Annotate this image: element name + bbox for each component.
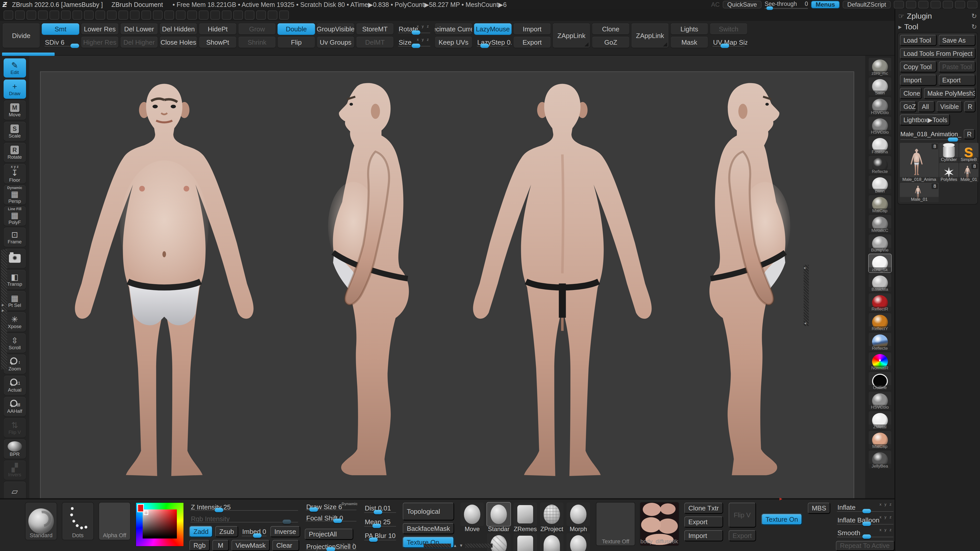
shelf-button[interactable]: SDiv 6 (42, 37, 79, 48)
inflate-balloon-slider[interactable]: Inflate Balloonx y z (836, 515, 894, 526)
tray-scrollbar[interactable]: ▲ ▼ (424, 543, 493, 548)
tool-thumbnail-male018[interactable]: 8 Male_018_Anima (900, 143, 939, 182)
tool-panel-button[interactable]: Import (900, 75, 937, 86)
menu-item[interactable] (15, 11, 25, 20)
shelf-button[interactable]: Uv Groups (317, 37, 354, 48)
mean-slider[interactable]: Mean 25 (363, 516, 397, 527)
matcap-thumbnail[interactable]: FastSha (869, 136, 891, 155)
matcap-thumbnail[interactable]: ReflectR (869, 293, 891, 312)
matcap-thumbnail[interactable]: zbro_Sk (869, 254, 891, 272)
shelf-button[interactable]: StoreMT (356, 24, 393, 35)
tool-thumbnail-male01[interactable]: 8 Male_01 (959, 163, 978, 182)
shelf-button[interactable]: Grow (239, 24, 275, 35)
shelf-button[interactable]: Clone (592, 24, 629, 35)
tool-subpalette-item[interactable] (897, 464, 978, 476)
tool-subpalette-item[interactable] (897, 342, 978, 354)
menu-item[interactable] (84, 11, 94, 20)
tool-subpalette-item[interactable] (897, 366, 978, 379)
tool-subpalette-item[interactable] (897, 391, 978, 403)
menu-item[interactable] (73, 11, 82, 20)
menu-item[interactable] (130, 11, 140, 20)
left-tool-button[interactable]: + Draw (3, 79, 26, 99)
menu-item[interactable] (268, 11, 277, 20)
tool-subpalette-item[interactable] (897, 501, 978, 513)
matcap-thumbnail[interactable]: ZMetal (869, 411, 891, 430)
tool-panel-button[interactable]: Clone (900, 88, 922, 99)
matcap-thumbnail[interactable]: BumpVie (869, 234, 891, 253)
brush-thumbnail[interactable]: Morph (566, 503, 591, 533)
shelf-button[interactable]: Shrink (239, 37, 275, 48)
brush-thumbnail[interactable]: ZRemes (513, 503, 538, 533)
tool-thumbnail-male01-b[interactable]: 8 Male_01 (900, 183, 939, 202)
shelf-button[interactable]: GroupVisible (317, 24, 354, 35)
brush-thumbnail[interactable]: Flatten (539, 533, 564, 551)
tool-subpalette-item[interactable] (897, 219, 978, 232)
see-through-knob[interactable] (767, 6, 773, 10)
brush-thumbnail[interactable]: ZRemes (513, 533, 538, 551)
current-brush-thumbnail[interactable]: Standard (25, 503, 57, 540)
tool-panel-button[interactable]: Save As (939, 35, 975, 46)
dist-slider[interactable]: Dist 0.01 (363, 503, 397, 514)
inverse-button[interactable]: Inverse (270, 526, 300, 537)
brush-thumbnail[interactable]: Inflat (566, 533, 591, 551)
projectall-button[interactable]: ProjectAll (305, 529, 353, 540)
zadd-button[interactable]: Zadd (189, 526, 213, 537)
tool-subpalette-item[interactable] (897, 440, 978, 452)
shelf-button[interactable]: Double (278, 24, 315, 35)
matcap-thumbnail[interactable]: ReflectY (869, 313, 891, 331)
quicksave-button[interactable]: QuickSave (723, 1, 762, 8)
shelf-button[interactable]: Keep UVs (435, 37, 472, 48)
default-zscript-button[interactable]: DefaultZScript (843, 1, 891, 8)
shelf-button[interactable]: Rotatex y z (396, 24, 433, 35)
menu-item[interactable] (222, 11, 231, 20)
tool-subpalette-item[interactable] (897, 330, 978, 342)
scroll-up-icon[interactable]: ▲ (453, 543, 457, 548)
active-tool-knob[interactable] (948, 138, 958, 141)
rgb-button[interactable]: Rgb (189, 540, 210, 551)
brush-thumbnail[interactable]: ZProject (539, 503, 564, 533)
texture-import-button[interactable]: Import (684, 530, 723, 541)
left-tool-button[interactable]: x1 Actual (3, 376, 26, 395)
clone-texture-button[interactable]: Clone Txtr (684, 503, 723, 514)
shelf-button[interactable]: Mask (671, 37, 708, 48)
shelf-button[interactable]: ShowPt (199, 37, 236, 48)
tool-panel-button[interactable]: Load Tools From Project (900, 48, 975, 59)
pa-blur-slider[interactable]: PA Blur 10 (363, 530, 397, 541)
tool-panel-button[interactable]: Paste Tool (939, 61, 975, 73)
tool-subpalette-item[interactable] (897, 268, 978, 281)
left-tool-button[interactable]: ⇅ Flip V (3, 418, 26, 437)
shelf-button[interactable]: Lower Res (81, 24, 118, 35)
zplugin-palette-header[interactable]: ☞ Zplugin ↻ (897, 11, 978, 21)
shelf-button[interactable]: ZAppLink (632, 24, 669, 48)
active-tool-slider[interactable]: Male_018_Animation_Ready. R (900, 127, 975, 141)
tool-subpalette-item[interactable] (897, 281, 978, 293)
left-tool-button[interactable]: ⊡ Frame (3, 227, 26, 247)
menu-item[interactable] (27, 11, 36, 20)
left-tool-button[interactable]: S Scale (3, 122, 26, 141)
tool-subpalette-item[interactable] (897, 256, 978, 268)
tool-panel-button[interactable]: Lightbox▶Tools (900, 114, 950, 125)
left-tool-button[interactable]: ✎ Edit (3, 58, 26, 78)
matcap-thumbnail[interactable]: HSVColo (869, 117, 891, 135)
shelf-button[interactable]: Lights (671, 24, 708, 35)
matcap-thumbnail[interactable]: Satin (869, 77, 891, 96)
tool-thumbnail-polymesh[interactable]: ✶ PolyMes (939, 163, 959, 182)
tool-subpalette-item[interactable] (897, 489, 978, 501)
z-intensity-slider[interactable]: Z Intensity 25 (189, 503, 299, 512)
menu-item[interactable] (61, 11, 71, 20)
tool-panel-button[interactable]: Visible (937, 101, 962, 112)
menu-item[interactable] (176, 11, 186, 20)
draw-size-slider[interactable]: Draw Size 6 (305, 503, 358, 511)
matcap-thumbnail[interactable]: MetalicC (869, 215, 891, 233)
tool-subpalette-item[interactable] (897, 476, 978, 489)
tool-panel-button[interactable]: Load Tool (900, 35, 937, 46)
menu-item[interactable] (153, 11, 162, 20)
tool-panel-button[interactable]: R (964, 101, 975, 112)
matcap-thumbnail[interactable]: Outline (869, 372, 891, 390)
tray-resize-icon[interactable]: ▸ (780, 495, 782, 502)
menu-item[interactable] (38, 11, 48, 20)
export-disabled-button[interactable]: Export (729, 530, 756, 541)
canvas-area[interactable] (29, 56, 865, 498)
matcap-thumbnail[interactable]: BasicMa (869, 274, 891, 292)
brush-thumbnail[interactable]: Standar (486, 503, 511, 533)
